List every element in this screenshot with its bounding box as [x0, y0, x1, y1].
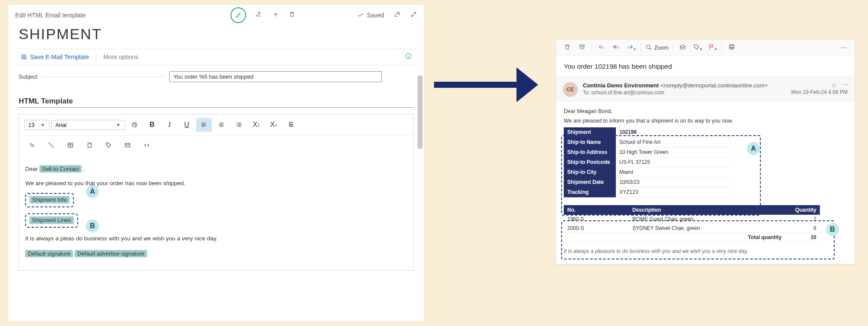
svg-point-2 — [134, 124, 134, 124]
shipment-lines-chip[interactable]: Shipment Lines — [30, 216, 74, 224]
mail-mark-read-button[interactable] — [677, 43, 688, 52]
mail-flag-button[interactable]: ▾ — [707, 43, 717, 52]
font-color-button[interactable] — [127, 118, 142, 132]
rtf-toolbar-row1: 13 ▼ Arial ▼ B I U X1 X1 S — [19, 114, 413, 136]
subscript-button[interactable]: X1 — [266, 118, 281, 132]
tag-icon — [693, 43, 700, 50]
from-line: Continia Demo Environment <noreply@demop… — [583, 82, 768, 89]
default-advertise-signature-chip[interactable]: Default advertise signature — [75, 250, 147, 257]
align-left-button[interactable] — [196, 118, 212, 132]
closing-prefix: It is always a pleas — [25, 235, 74, 242]
archive-icon — [579, 43, 585, 50]
header-tools: Saved — [122, 7, 417, 23]
svg-rect-13 — [730, 47, 733, 49]
superscript-button[interactable]: X1 — [248, 118, 264, 132]
palette-icon — [131, 121, 138, 128]
zoom-control[interactable]: Zoom — [645, 44, 668, 51]
subject-input[interactable] — [169, 71, 382, 82]
share-button[interactable] — [256, 11, 263, 20]
email-preview-window: ▾ Zoom ▾ ▾ ⋯ You order 102198 has been s… — [556, 39, 855, 264]
unlink-button[interactable] — [43, 138, 59, 152]
scrollbar[interactable] — [418, 75, 423, 149]
greeting-suffix: , — [82, 166, 85, 172]
sell-to-contact-chip[interactable]: Sell-to Contact — [39, 165, 82, 173]
save-icon — [20, 53, 27, 60]
save-template-button[interactable]: Save E-Mail Template — [20, 53, 89, 60]
italic-button[interactable]: I — [161, 118, 177, 132]
popout-button[interactable] — [394, 11, 401, 20]
col-qty: Quantity — [785, 205, 820, 215]
unlink-icon — [48, 142, 55, 149]
more-options-link[interactable]: More options — [103, 53, 138, 60]
tag-button[interactable] — [101, 138, 116, 152]
to-label: To: — [583, 90, 590, 96]
divider — [96, 53, 96, 61]
table-button[interactable] — [62, 138, 78, 152]
callout-badge-b: B — [826, 223, 839, 236]
annotation-box-a — [561, 135, 761, 216]
subject-row: Subject — [19, 71, 414, 82]
trash-icon — [289, 11, 296, 18]
react-button[interactable]: ☺ — [831, 81, 837, 88]
intro-line: We are pleased to you that your order ha… — [25, 179, 407, 189]
envelope-icon — [124, 142, 131, 149]
signature-row: Default signature Default advertise sign… — [25, 249, 407, 259]
annotation-box-b — [561, 220, 835, 259]
mail-delete-button[interactable] — [562, 43, 572, 52]
zoom-icon — [645, 44, 652, 51]
font-family-select[interactable]: Arial ▼ — [51, 120, 125, 130]
mail-print-button[interactable] — [727, 43, 737, 52]
save-template-label: Save E-Mail Template — [30, 53, 89, 60]
mail-toolbar: ▾ Zoom ▾ ▾ ⋯ — [556, 40, 855, 56]
insert-email-button[interactable] — [120, 138, 135, 152]
divider — [722, 43, 722, 52]
file-icon — [86, 142, 93, 149]
saved-status: Saved — [357, 12, 384, 19]
delete-button[interactable] — [289, 11, 296, 20]
avatar: CE — [563, 82, 578, 97]
from-address: <noreply@demoportal.continiaonline.com> — [660, 82, 767, 89]
mail-header: CE Continia Demo Environment <noreply@de… — [556, 77, 855, 102]
mail-greeting: Dear Meagan Bond, — [564, 108, 847, 114]
reply-icon — [598, 43, 605, 50]
mail-archive-button[interactable] — [577, 43, 587, 52]
expand-icon — [410, 11, 417, 18]
mail-subject: You order 102198 has been shipped — [556, 56, 855, 77]
forward-icon — [627, 43, 634, 50]
source-button[interactable] — [139, 138, 155, 152]
mail-reply-button[interactable] — [596, 43, 607, 52]
edit-mode-button[interactable] — [230, 7, 246, 23]
mail-forward-button[interactable]: ▾ — [626, 43, 636, 52]
font-size-select[interactable]: 13 ▼ — [24, 120, 49, 130]
info-button[interactable] — [405, 53, 412, 61]
arrow-graphic — [430, 52, 542, 117]
align-center-button[interactable] — [214, 118, 229, 132]
mail-reply-all-button[interactable] — [611, 43, 621, 52]
template-editor-window: Edit HTML Email template Saved — [8, 4, 424, 322]
align-right-button[interactable] — [231, 118, 247, 132]
subject-label: Subject — [19, 73, 37, 80]
underline-button[interactable]: U — [179, 118, 194, 132]
rich-text-editor: 13 ▼ Arial ▼ B I U X1 X1 S — [19, 114, 414, 271]
expand-button[interactable] — [410, 11, 417, 20]
new-button[interactable] — [272, 11, 279, 20]
chevron-down-icon: ▼ — [116, 123, 120, 127]
mail-header-more[interactable]: ⋯ — [842, 81, 848, 88]
file-button[interactable] — [82, 138, 97, 152]
shipment-info-chip[interactable]: Shipment Info — [30, 196, 69, 203]
bold-button[interactable]: B — [144, 118, 160, 132]
link-button[interactable] — [24, 138, 40, 152]
svg-point-4 — [135, 125, 136, 126]
mail-more-button[interactable]: ⋯ — [838, 43, 848, 51]
tag-icon — [105, 142, 112, 149]
mail-category-button[interactable]: ▾ — [692, 43, 703, 52]
trash-icon — [564, 43, 571, 50]
closing-line: It is always a pleas do business with yo… — [25, 234, 407, 244]
callout-badge-b: B — [86, 220, 99, 233]
chevron-down-icon: ▼ — [40, 123, 45, 127]
editor-body[interactable]: Dear Sell-to Contact , We are pleased to… — [19, 156, 413, 270]
mail-intro: We are pleased to inform you that a ship… — [564, 118, 847, 124]
pencil-icon — [235, 12, 242, 19]
strikethrough-button[interactable]: S — [283, 118, 299, 132]
default-signature-chip[interactable]: Default signature — [25, 250, 73, 257]
